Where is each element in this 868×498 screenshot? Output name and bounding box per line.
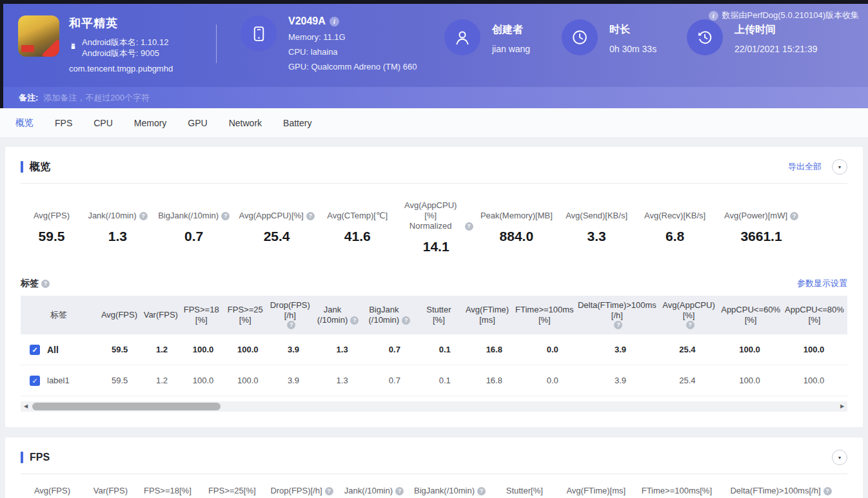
scroll-right-icon[interactable]: ▶ (837, 401, 847, 412)
help-icon[interactable]: ? (287, 321, 295, 329)
tab-battery[interactable]: Battery (283, 118, 311, 128)
display-settings-link[interactable]: 参数显示设置 (797, 278, 847, 289)
metric-avg-fps: Avg(FPS) 59.5 (21, 200, 83, 254)
help-icon[interactable]: ? (614, 321, 622, 329)
scrollbar-thumb[interactable] (32, 403, 221, 410)
labels-table: 标签 Avg(FPS) Var(FPS) FPS>=18 [%] FPS>=25… (21, 296, 847, 412)
metric-stutter: Stutter[%] 0.1 (489, 486, 560, 498)
column-header: Delta(FTime)>100ms [/h]? (577, 296, 658, 334)
metric-avg-ftime: Avg(FTime)[ms] 16.8 (560, 486, 633, 498)
column-header: AppCPU<=60% [%] (720, 300, 782, 330)
session-header: 和平精英 Android版本名: 1.10.12 Android版本号: 900… (3, 4, 868, 87)
metric-fps-ge18: FPS>=18[%] 100.0 (137, 486, 198, 498)
upload-time-label: 上传时间 (735, 23, 817, 37)
column-header: FTime>=100ms [%] (513, 300, 577, 330)
history-icon (687, 19, 723, 55)
help-icon[interactable]: ? (790, 212, 798, 220)
device-name: V2049A (288, 15, 326, 27)
help-icon[interactable]: ? (41, 280, 50, 288)
creator-value: jian wang (492, 44, 530, 54)
metric-avg-fps: Avg(FPS) 59.5 (21, 486, 84, 498)
table-row-label1[interactable]: ✓ label1 59.5 1.2 100.0 100.0 3.9 1.3 0.… (21, 365, 847, 396)
header-divider (216, 24, 217, 63)
metric-jank: Jank(/10min)? 1.3 (337, 486, 410, 498)
help-icon[interactable]: ? (306, 212, 315, 220)
creator-block: 创建者 jian wang (444, 19, 530, 55)
metric-peak-memory: Peak(Memory)[MB] 884.0 (476, 200, 558, 254)
metric-avg-send: Avg(Send)[KB/s] 3.3 (557, 200, 636, 254)
metric-avg-appcpu: Avg(AppCPU)[%]? 25.4 (235, 200, 318, 254)
device-cpu: CPU: lahaina (288, 47, 417, 57)
device-memory: Memory: 11.1G (288, 32, 417, 42)
column-header: FPS>=18 [%] (180, 300, 223, 330)
metric-delta-ftime: Delta(FTime)>100ms[/h]? 3.9 (721, 486, 841, 498)
section-tabs: 概览 FPS CPU Memory GPU Network Battery (0, 108, 868, 138)
info-icon[interactable]: i (709, 11, 718, 21)
duration-label: 时长 (609, 23, 656, 37)
tab-memory[interactable]: Memory (134, 118, 167, 128)
scroll-left-icon[interactable]: ◀ (21, 401, 31, 412)
metric-fps-ge25: FPS>=25[%] 100.0 (198, 486, 266, 498)
help-icon[interactable]: ? (477, 487, 486, 495)
checkbox-label1[interactable]: ✓ (30, 376, 40, 386)
help-icon[interactable]: ? (686, 321, 695, 329)
horizontal-scrollbar[interactable]: ◀ ▶ (21, 401, 847, 412)
checkbox-all[interactable]: ✓ (30, 345, 40, 355)
device-info-block: V2049A i Memory: 11.1G CPU: lahaina GPU:… (241, 15, 417, 72)
help-icon[interactable]: ? (139, 212, 148, 220)
metric-bigjank: BigJank(/10min)? 0.7 (410, 486, 489, 498)
tab-cpu[interactable]: CPU (94, 118, 113, 128)
upload-time-value: 22/01/2021 15:21:39 (735, 44, 817, 54)
help-icon[interactable]: ? (221, 212, 230, 220)
column-header: Avg(FTime) [ms] (462, 300, 512, 330)
divider (21, 183, 847, 184)
remark-placeholder: 添加备注，不超过200个字符 (43, 92, 150, 104)
game-package: com.tencent.tmgp.pubgmhd (69, 64, 173, 73)
duration-block: 时长 0h 30m 33s (562, 19, 656, 55)
collector-note: i 数据由PerfDog(5.0.210104)版本收集 (709, 10, 859, 21)
help-icon[interactable]: ? (395, 487, 404, 495)
device-info-icon[interactable]: i (330, 17, 339, 26)
help-icon[interactable]: ? (465, 222, 473, 231)
metric-var-fps: Var(FPS) 1.2 (84, 486, 137, 498)
android-icon (69, 42, 77, 59)
metric-ftime-ge100: FTime>=100ms[%] 0.0 (633, 486, 721, 498)
fps-metrics: Avg(FPS) 59.5 Var(FPS) 1.2 FPS>=18[%] 10… (21, 486, 847, 498)
upload-time-block: 上传时间 22/01/2021 15:21:39 (687, 19, 817, 55)
column-header: Jank (/10min)? (313, 300, 363, 330)
metric-jank: Jank(/10min)? 1.3 (83, 200, 153, 254)
column-header: Stutter [%] (415, 300, 462, 330)
help-icon[interactable]: ? (325, 487, 333, 495)
clock-icon (562, 19, 598, 55)
help-icon[interactable]: ? (350, 316, 359, 325)
person-icon (444, 19, 480, 55)
collector-note-text: 数据由PerfDog(5.0.210104)版本收集 (722, 10, 859, 21)
device-gpu: GPU: Qualcomm Adreno (TM) 660 (288, 62, 417, 72)
remark-input[interactable]: 备注: 添加备注，不超过200个字符 (3, 87, 868, 108)
column-header: BigJank (/10min)? (363, 300, 415, 330)
phone-icon (241, 15, 277, 52)
help-icon[interactable]: ? (824, 487, 832, 495)
tab-overview[interactable]: 概览 (15, 117, 34, 129)
metric-avg-recv: Avg(Recv)[KB/s] 6.8 (636, 200, 714, 254)
export-all-link[interactable]: 导出全部 (788, 161, 822, 173)
tab-fps[interactable]: FPS (55, 118, 72, 128)
game-app-icon (18, 15, 59, 57)
column-header: FPS>=25 [%] (223, 300, 268, 330)
game-title: 和平精英 (69, 15, 173, 31)
chevron-down-icon: ▼ (838, 165, 842, 169)
overview-metrics: Avg(FPS) 59.5 Jank(/10min)? 1.3 BigJank(… (21, 200, 847, 254)
column-header: Avg(FPS) (97, 301, 142, 329)
labels-section-title: 标签 (21, 278, 39, 289)
tab-network[interactable]: Network (229, 118, 262, 128)
android-version-name: Android版本名: 1.10.12 (82, 37, 168, 48)
collapse-overview-button[interactable]: ▼ (832, 159, 847, 175)
overview-card: 概览 导出全部 ▼ Avg(FPS) 59.5 Jank(/10min)? 1.… (5, 147, 863, 427)
column-header: Var(FPS) (142, 301, 180, 329)
divider (21, 474, 847, 474)
help-icon[interactable]: ? (402, 316, 410, 325)
table-row-all[interactable]: ✓ All 59.5 1.2 100.0 100.0 3.9 1.3 0.7 0… (21, 334, 847, 365)
collapse-fps-button[interactable]: ▼ (832, 450, 847, 465)
tab-gpu[interactable]: GPU (188, 118, 207, 128)
overview-title: 概览 (30, 160, 50, 174)
